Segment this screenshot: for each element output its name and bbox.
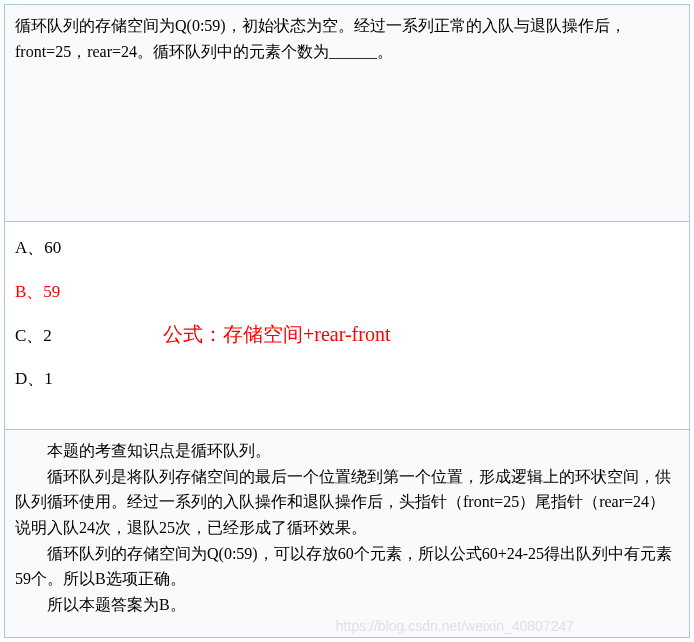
question-text: 循环队列的存储空间为Q(0:59)，初始状态为空。经过一系列正常的入队与退队操作… <box>15 17 626 60</box>
explanation-p3: 循环队列的存储空间为Q(0:59)，可以存放60个元素，所以公式60+24-25… <box>15 541 679 592</box>
option-b: B、59 <box>15 280 679 304</box>
formula-annotation: 公式：存储空间+rear-front <box>163 320 391 348</box>
options-panel: A、60 B、59 C、2 D、1 公式：存储空间+rear-front <box>4 222 690 430</box>
option-d-label: D、1 <box>15 369 53 388</box>
option-d: D、1 <box>15 367 679 391</box>
explanation-p4: 所以本题答案为B。 <box>15 592 679 618</box>
document-container: 循环队列的存储空间为Q(0:59)，初始状态为空。经过一系列正常的入队与退队操作… <box>0 0 694 642</box>
explanation-panel: 本题的考查知识点是循环队列。 循环队列是将队列存储空间的最后一个位置绕到第一个位… <box>4 430 690 638</box>
explanation-p1: 本题的考查知识点是循环队列。 <box>15 438 679 464</box>
option-b-label: B、59 <box>15 282 60 301</box>
option-c-label: C、2 <box>15 326 52 345</box>
explanation-p2: 循环队列是将队列存储空间的最后一个位置绕到第一个位置，形成逻辑上的环状空间，供队… <box>15 464 679 541</box>
option-a: A、60 <box>15 236 679 260</box>
question-panel: 循环队列的存储空间为Q(0:59)，初始状态为空。经过一系列正常的入队与退队操作… <box>4 4 690 222</box>
option-a-label: A、60 <box>15 238 61 257</box>
